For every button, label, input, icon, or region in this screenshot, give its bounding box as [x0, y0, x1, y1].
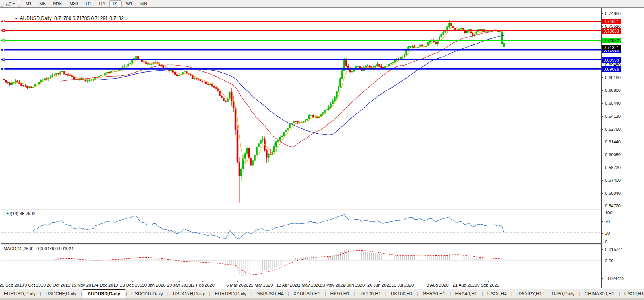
chart-tab-fra40-h1[interactable]: FRA40,H1: [451, 290, 481, 298]
date-tick: [237, 281, 238, 282]
date-axis-label: 26 Jun 2020: [367, 283, 391, 287]
date-tick: [488, 281, 489, 282]
date-axis-label: 4 Dec 2019: [96, 283, 118, 287]
date-tick: [202, 281, 203, 282]
chart-tab-audusd-daily[interactable]: AUDUSD,Daily: [83, 289, 125, 298]
date-tick: [333, 281, 333, 282]
axis-tick: [602, 233, 603, 234]
ohlc-close: 0.71321: [109, 16, 126, 21]
macd-pane[interactable]: MACD(12,26,9) -0.000489 0.001924: [1, 245, 601, 280]
rsi-label: RSI(14) 35.7592: [4, 211, 35, 216]
chart-tab-usdcnh-daily[interactable]: USDCNH,Daily: [169, 290, 209, 298]
date-tick: [379, 281, 380, 282]
axis-tick: [602, 90, 603, 91]
chart-tab-eurusd-daily[interactable]: EURUSD,Daily: [211, 290, 250, 298]
date-axis-label: 9 Oct 2019: [24, 283, 46, 287]
timeframe-button-M30[interactable]: M30: [66, 0, 81, 7]
price-tick-label: 0.56040: [605, 191, 621, 196]
chart-tab-bar: EURUSD,Daily|USDCHF,Daily|AUDUSD,Daily|U…: [0, 289, 644, 300]
timeframe-button-M1[interactable]: M1: [22, 0, 35, 7]
toolbar-grip-2[interactable]: [18, 1, 20, 7]
rsi-tick-label: 30: [605, 231, 610, 236]
axis-tick: [602, 65, 603, 65]
date-axis-label: 23 Dec 2019: [120, 283, 144, 287]
chart-tab-china300-h1[interactable]: CHINA300,H1: [581, 290, 618, 298]
date-axis[interactable]: 20 Sep 20199 Oct 201928 Oct 201915 Nov 2…: [1, 281, 601, 289]
chart-tab-uk100-h1[interactable]: UK100,H1: [355, 290, 385, 298]
chart-tab-gbpusd-h4[interactable]: GBPUSD,H4: [252, 290, 287, 298]
axis-tick: [602, 142, 603, 142]
axis-tick: [602, 26, 603, 27]
date-tick: [59, 281, 59, 282]
macd-label: MACD(12,26,9) -0.000489 0.001924: [4, 246, 73, 251]
ohlc-open: 0.71709: [54, 16, 71, 21]
chart-tab-hk50-h1[interactable]: HK50,H1: [327, 290, 354, 298]
chart-tab-xauusd-h1[interactable]: XAUUSD,H1: [290, 290, 325, 298]
date-axis-label: 20 May 2020: [320, 283, 345, 287]
mt4-terminal: ▾ M1M5M15M30H1H4D1W1MN ▼AUDUSD,Daily 0.7…: [0, 0, 644, 300]
axis-tick: [602, 249, 603, 250]
timeframe-button-H4[interactable]: H4: [95, 0, 108, 7]
axis-tick: [602, 180, 603, 181]
chart-tab-dj30-daily[interactable]: DJ30,Daily: [548, 290, 578, 298]
ohlc-low: 0.71291: [91, 16, 108, 21]
price-axis[interactable]: 0.748800.735200.721600.708400.694800.681…: [601, 8, 644, 288]
chart-type-icon[interactable]: [6, 1, 11, 6]
date-tick: [288, 281, 288, 282]
chart-title[interactable]: ▼AUDUSD,Daily 0.71709 0.71785 0.71291 0.…: [4, 10, 127, 27]
date-tick: [12, 281, 12, 282]
chart-tab-eurusd-daily[interactable]: EURUSD,Daily: [0, 290, 40, 298]
date-tick: [132, 281, 133, 282]
chart-tab-uk100-h1[interactable]: UK100,H1: [387, 290, 416, 298]
date-axis-label: 10 Jan 2020: [142, 283, 166, 287]
chart-tab-usoil-h4[interactable]: USOil,H4: [483, 290, 511, 298]
chart-tab-usoil-h1[interactable]: USOil,H1: [620, 290, 644, 298]
date-axis-label: 29 Jan 2020: [167, 283, 191, 287]
price-tick-label: 0.65440: [605, 101, 621, 106]
timeframe-button-D1[interactable]: D1: [109, 0, 122, 7]
price-tick-label: 0.58720: [605, 165, 621, 170]
chevron-down-icon[interactable]: ▾: [13, 2, 15, 5]
date-axis-label: 20 Sep 2019: [0, 283, 24, 287]
toolbar-grip[interactable]: [1, 1, 3, 7]
rsi-tick-label: 70: [605, 219, 610, 224]
current-price-badge: 0.71321: [602, 45, 621, 50]
date-tick: [35, 281, 35, 282]
axis-tick: [602, 213, 603, 213]
level-price-badge: 0.69025: [602, 66, 621, 72]
timeframe-button-M5[interactable]: M5: [36, 0, 49, 7]
axis-tick: [602, 116, 603, 117]
chart-tab-ger30-h1[interactable]: GER30,H1: [418, 290, 449, 298]
symbol-dropdown-icon[interactable]: ▼: [15, 17, 18, 20]
date-tick: [403, 281, 403, 282]
chart-tab-usdchf-daily[interactable]: USDCHF,Daily: [42, 290, 81, 298]
timeframe-button-MN[interactable]: MN: [137, 0, 150, 7]
date-tick: [465, 281, 465, 282]
rsi-tick-label: 0: [605, 240, 607, 244]
timeframe-toolbar: ▾ M1M5M15M30H1H4D1W1MN: [0, 0, 644, 8]
price-tick-label: 0.74880: [605, 11, 621, 16]
axis-tick: [602, 129, 603, 130]
date-tick: [261, 281, 261, 282]
timeframe-buttons-group: M1M5M15M30H1H4D1W1MN: [22, 0, 151, 7]
ohlc-high: 0.71785: [73, 16, 90, 21]
macd-tick-label: -0.024412: [605, 276, 625, 281]
level-price-badge: 0.72022: [602, 38, 621, 43]
date-tick: [438, 281, 438, 282]
timeframe-button-M15[interactable]: M15: [50, 0, 65, 7]
chart-tab-usdjpy-h1[interactable]: USDJPY,H1: [513, 290, 546, 298]
date-axis-label: 21 Aug 2020: [453, 283, 477, 287]
date-axis-label: 15 Nov 2019: [72, 283, 96, 287]
axis-tick: [602, 221, 603, 222]
timeframe-button-W1[interactable]: W1: [123, 0, 136, 7]
price-tick-label: 0.68160: [605, 75, 621, 80]
rsi-pane[interactable]: RSI(14) 35.7592: [1, 210, 601, 243]
timeframe-button-H1[interactable]: H1: [82, 0, 95, 7]
axis-tick: [602, 13, 603, 14]
date-axis-label: 13 Apr 2020: [276, 283, 299, 287]
chart-tab-usdcad-daily[interactable]: USDCAD,Daily: [127, 290, 167, 298]
price-pane[interactable]: ▼AUDUSD,Daily 0.71709 0.71785 0.71291 0.…: [1, 8, 601, 209]
date-tick: [309, 281, 310, 282]
date-tick: [84, 281, 84, 282]
macd-tick-label: 0.00: [605, 258, 613, 263]
